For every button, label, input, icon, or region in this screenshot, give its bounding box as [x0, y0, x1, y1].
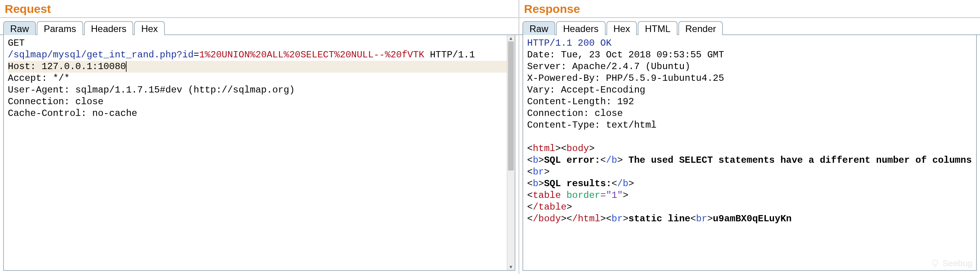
request-param-name: id	[182, 50, 193, 60]
response-header-cl: Content-Length: 192	[527, 96, 634, 107]
svg-point-0	[933, 260, 938, 265]
request-content-wrap: GET /sqlmap/mysql/get_int_rand.php?id=1%…	[3, 35, 515, 271]
watermark-text: Seebug	[942, 258, 972, 269]
tag-html-open: html	[533, 143, 555, 154]
request-panel: Request Raw Params Headers Hex GET /sqlm…	[0, 0, 519, 274]
scrollbar-up-arrow-icon[interactable]: ▲	[507, 35, 515, 41]
scrollbar-thumb[interactable]	[508, 41, 514, 171]
response-header-vary: Vary: Accept-Encoding	[527, 85, 645, 95]
tab-response-render[interactable]: Render	[678, 21, 723, 35]
request-header-cache: Cache-Control: no-cache	[8, 108, 137, 119]
rand-string: u9amBX0qELuyKn	[713, 214, 792, 224]
response-header-ct: Content-Type: text/html	[527, 120, 656, 130]
request-tab-row: Raw Params Headers Hex	[0, 18, 519, 35]
response-header-date: Date: Tue, 23 Oct 2018 09:53:55 GMT	[527, 50, 724, 60]
response-title: Response	[519, 0, 980, 18]
tag-table-attr-val: ="1"	[600, 190, 623, 201]
tab-response-html[interactable]: HTML	[638, 21, 677, 35]
request-http-version: HTTP/1.1	[424, 50, 475, 60]
request-method: GET	[8, 38, 25, 48]
response-content-wrap: HTTP/1.1 200 OK Date: Tue, 23 Oct 2018 0…	[522, 35, 977, 271]
scrollbar-down-arrow-icon[interactable]: ▼	[507, 264, 515, 270]
bulb-icon	[930, 258, 940, 269]
request-scrollbar[interactable]: ▲ ▼	[507, 35, 515, 270]
request-param-value: 1%20UNION%20ALL%20SELECT%20NULL--%20fVTK	[199, 50, 424, 60]
tab-request-raw[interactable]: Raw	[3, 21, 36, 35]
tag-b-open-2: b	[533, 178, 538, 189]
tag-br-1: br	[533, 167, 544, 177]
tab-request-params[interactable]: Params	[37, 21, 83, 35]
tag-table-open: table	[533, 190, 561, 201]
tag-body-open: body	[567, 143, 589, 154]
tab-response-raw[interactable]: Raw	[522, 21, 555, 35]
tag-b-close: /b	[606, 155, 617, 165]
sql-results-label: SQL results:	[544, 178, 612, 189]
tab-request-headers[interactable]: Headers	[84, 21, 134, 35]
response-header-conn: Connection: close	[527, 108, 623, 119]
tag-body-close: /body	[533, 214, 561, 224]
response-header-server: Server: Apache/2.4.7 (Ubuntu)	[527, 61, 690, 72]
tab-response-headers[interactable]: Headers	[556, 21, 606, 35]
watermark: Seebug	[930, 258, 972, 269]
tag-b-close-2: /b	[617, 178, 628, 189]
response-tab-row: Raw Headers Hex HTML Render	[519, 18, 980, 35]
request-header-accept: Accept: */*	[8, 73, 70, 84]
request-host-line: Host: 127.0.0.1:10080	[8, 61, 511, 73]
response-panel: Response Raw Headers Hex HTML Render HTT…	[519, 0, 980, 274]
response-header-xpb: X-Powered-By: PHP/5.5.9-1ubuntu4.25	[527, 73, 724, 84]
request-raw-editor[interactable]: GET /sqlmap/mysql/get_int_rand.php?id=1%…	[4, 35, 515, 270]
tab-response-hex[interactable]: Hex	[606, 21, 637, 35]
tag-b-open: b	[533, 155, 538, 165]
tab-request-hex[interactable]: Hex	[134, 21, 165, 35]
tag-table-attr: border	[561, 190, 600, 201]
request-path: /sqlmap/mysql/get_int_rand.php?	[8, 50, 182, 60]
request-host-header: Host: 127.0.0.1:10080	[8, 61, 126, 72]
response-raw-viewer[interactable]: HTTP/1.1 200 OK Date: Tue, 23 Oct 2018 0…	[523, 35, 976, 270]
request-title: Request	[0, 0, 519, 18]
tag-br-3: br	[696, 214, 707, 224]
request-header-ua: User-Agent: sqlmap/1.1.7.15#dev (http://…	[8, 85, 295, 95]
sql-error-text: The used SELECT statements have a differ…	[623, 155, 972, 165]
tag-br-2: br	[612, 214, 623, 224]
static-line-text: static line	[628, 214, 690, 224]
text-caret	[126, 61, 127, 72]
request-header-conn: Connection: close	[8, 96, 104, 107]
sql-error-label: SQL error:	[544, 155, 600, 165]
tag-table-close: /table	[533, 202, 566, 212]
tag-html-close: /html	[572, 214, 600, 224]
response-status: HTTP/1.1 200 OK	[527, 38, 612, 48]
